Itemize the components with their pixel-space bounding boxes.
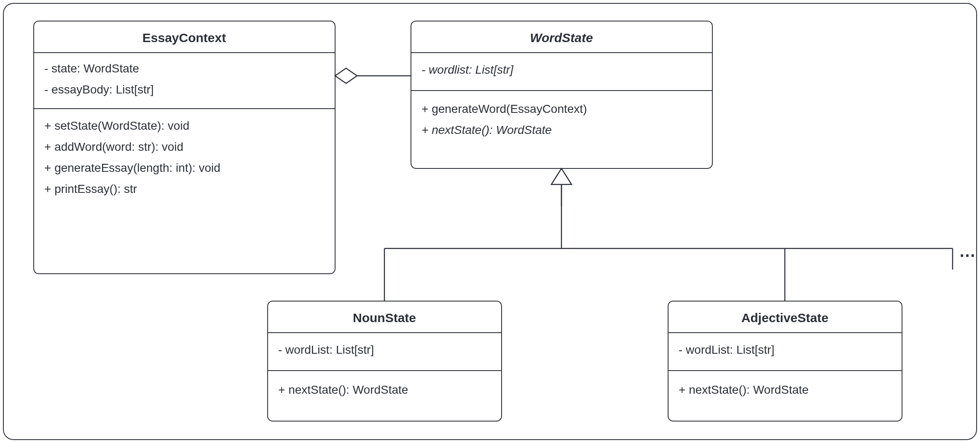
class-nounstate: NounState - wordList: List[str] + nextSt… [268, 301, 502, 421]
class-title-adjectivestate: AdjectiveState [741, 311, 829, 325]
op: + addWord(word: str): void [44, 140, 183, 153]
generalization-arrow-icon [551, 168, 572, 184]
class-title-nounstate: NounState [353, 311, 416, 325]
op: + setState(WordState): void [44, 119, 189, 132]
class-adjectivestate: AdjectiveState - wordList: List[str] + n… [668, 301, 902, 421]
attr: - wordlist: List[str] [422, 63, 514, 76]
class-title-essaycontext: EssayContext [142, 31, 226, 45]
attr: - wordList: List[str] [278, 343, 374, 356]
relationship-aggregation [335, 68, 411, 83]
attr: - state: WordState [44, 62, 139, 75]
op: + nextState(): WordState [422, 123, 552, 136]
op: + generateWord(EssayContext) [422, 102, 587, 115]
op: + printEssay(): str [44, 182, 137, 195]
class-wordstate: WordState - wordlist: List[str] + genera… [411, 21, 712, 168]
attr: - essayBody: List[str] [44, 83, 154, 96]
aggregation-diamond-icon [335, 68, 357, 83]
ellipsis-icon: … [959, 242, 976, 260]
op: + generateEssay(length: int): void [44, 161, 220, 174]
class-title-wordstate: WordState [530, 31, 593, 45]
uml-class-diagram: EssayContext - state: WordState - essayB… [0, 0, 980, 443]
relationship-generalization [384, 168, 953, 301]
class-essaycontext: EssayContext - state: WordState - essayB… [34, 21, 335, 274]
op: + nextState(): WordState [278, 383, 408, 396]
op: + nextState(): WordState [679, 383, 808, 396]
attr: - wordList: List[str] [679, 343, 774, 356]
